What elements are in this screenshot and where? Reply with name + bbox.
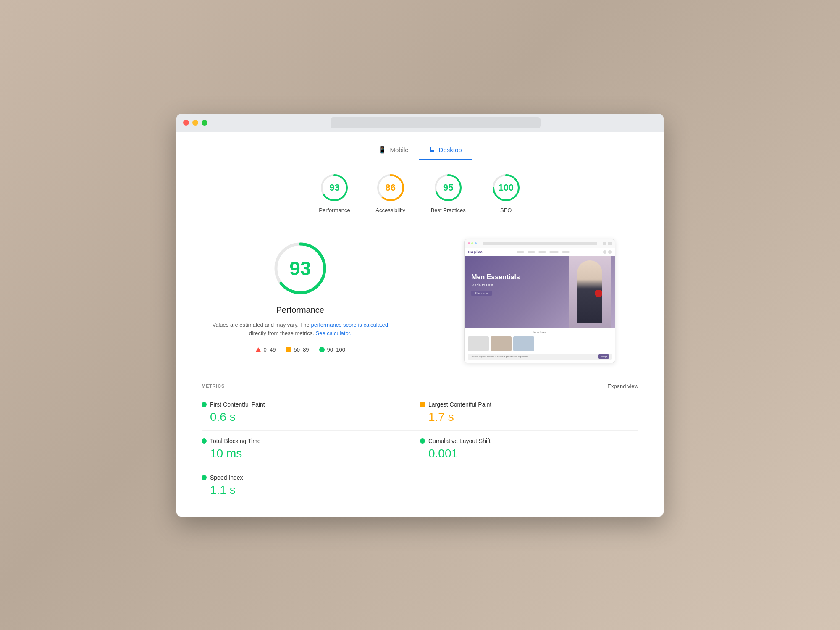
tab-desktop-label: Desktop	[439, 146, 462, 153]
maximize-button[interactable]	[202, 120, 207, 126]
score-description: Values are estimated and may vary. The p…	[212, 321, 388, 339]
score-circle-best-practices: 95	[433, 173, 463, 203]
metric-lcp-name-row: Largest Contentful Paint	[420, 401, 638, 408]
product-thumb-1	[468, 336, 489, 351]
metric-lcp-value: 1.7 s	[428, 410, 638, 424]
metric-tbt-dot	[202, 438, 207, 444]
metric-tbt: Total Blocking Time 10 ms	[202, 431, 420, 467]
minimize-button[interactable]	[192, 120, 198, 126]
metrics-header: METRICS Expand view	[202, 376, 638, 394]
metric-fcp: First Contentful Paint 0.6 s	[202, 394, 420, 431]
metrics-title: METRICS	[202, 383, 225, 388]
metric-cls-name: Cumulative Layout Shift	[428, 438, 491, 444]
metric-cls-value: 0.001	[428, 447, 638, 460]
hero-text: Men Essentials Made to Last Shop Now	[471, 273, 520, 297]
legend-pass-range: 90–100	[327, 346, 345, 353]
metric-fcp-dot	[202, 402, 207, 407]
screenshot-browser-header	[465, 239, 615, 248]
score-legend: 0–49 50–89 90–100	[255, 346, 345, 353]
metric-si: Speed Index 1.1 s	[202, 467, 420, 504]
score-performance[interactable]: 93 Performance	[319, 173, 350, 213]
calculator-link[interactable]: See calculator.	[316, 330, 352, 336]
metric-cls: Cumulative Layout Shift 0.001	[420, 431, 638, 467]
metric-lcp-name: Largest Contentful Paint	[428, 401, 491, 408]
score-circle-performance: 93	[319, 173, 349, 203]
score-circle-seo: 100	[491, 173, 521, 203]
score-label-performance: Performance	[319, 207, 350, 213]
big-score-wrapper: 93 Performance Values are estimated and …	[202, 239, 399, 353]
screenshot-hero: Men Essentials Made to Last Shop Now	[465, 256, 615, 328]
metric-tbt-name: Total Blocking Time	[210, 438, 261, 444]
metric-fcp-name-row: First Contentful Paint	[202, 401, 420, 408]
score-value-accessibility: 86	[385, 182, 395, 193]
vertical-divider	[420, 239, 420, 363]
tab-mobile[interactable]: 📱 Mobile	[368, 141, 418, 160]
score-label-best-practices: Best Practices	[431, 207, 466, 213]
metric-cls-name-row: Cumulative Layout Shift	[420, 438, 638, 444]
score-label-accessibility: Accessibility	[375, 207, 405, 213]
legend-fail-range: 0–49	[264, 346, 276, 353]
product-thumb-2	[491, 336, 512, 351]
right-panel: Capiva	[441, 239, 639, 363]
cookie-accept-btn[interactable]: Accept	[598, 354, 609, 359]
legend-fail: 0–49	[255, 346, 276, 353]
model-figure	[569, 256, 611, 328]
hero-model-area	[548, 256, 615, 328]
metrics-section: METRICS Expand view First Contentful Pai…	[176, 376, 664, 517]
hero-title: Men Essentials	[471, 273, 520, 282]
browser-content: 📱 Mobile 🖥 Desktop 93 Performance	[176, 132, 664, 517]
expand-view-button[interactable]: Expand view	[607, 383, 638, 389]
score-circle-accessibility: 86	[375, 173, 406, 203]
metric-tbt-value: 10 ms	[210, 447, 420, 460]
legend-average-range: 50–89	[294, 346, 309, 353]
metric-fcp-name: First Contentful Paint	[210, 401, 265, 408]
metrics-grid: First Contentful Paint 0.6 s Largest Con…	[202, 394, 638, 504]
browser-titlebar	[176, 114, 664, 132]
main-content: 93 Performance Values are estimated and …	[176, 222, 664, 376]
metric-si-value: 1.1 s	[210, 483, 420, 497]
metric-si-name: Speed Index	[210, 474, 243, 481]
url-bar[interactable]	[331, 117, 541, 128]
big-score-value: 93	[289, 257, 311, 280]
product-thumb-3	[513, 336, 534, 351]
close-button[interactable]	[183, 120, 189, 126]
metric-lcp-dot	[420, 402, 425, 407]
screenshot-inner: Capiva	[465, 239, 615, 363]
description-text-2: directly from these metrics.	[249, 330, 314, 336]
big-score-title: Performance	[276, 305, 325, 315]
tab-mobile-label: Mobile	[390, 146, 408, 153]
metric-cls-dot	[420, 438, 425, 444]
browser-window: 📱 Mobile 🖥 Desktop 93 Performance	[176, 114, 664, 517]
scores-row: 93 Performance 86 Accessibility	[176, 160, 664, 222]
metric-si-name-row: Speed Index	[202, 474, 420, 481]
performance-score-link[interactable]: performance score is calculated	[311, 322, 388, 328]
left-panel: 93 Performance Values are estimated and …	[202, 239, 399, 363]
score-accessibility[interactable]: 86 Accessibility	[375, 173, 406, 213]
score-value-performance: 93	[329, 182, 339, 193]
average-icon	[286, 347, 291, 352]
score-label-seo: SEO	[500, 207, 512, 213]
screenshot-bottom: Now Now This site requires cookies to en…	[465, 328, 615, 363]
screenshot-nav: Capiva	[465, 248, 615, 256]
product-row	[468, 336, 612, 351]
legend-pass: 90–100	[319, 346, 345, 353]
desktop-icon: 🖥	[429, 146, 436, 153]
cookie-bar: This site requires cookies to enable & p…	[468, 354, 612, 360]
score-value-seo: 100	[498, 182, 514, 193]
hero-subtitle: Made to Last	[471, 283, 520, 287]
big-score-circle: 93	[271, 239, 330, 298]
metric-si-dot	[202, 475, 207, 480]
tab-desktop[interactable]: 🖥 Desktop	[419, 141, 472, 160]
cookie-text: This site requires cookies to enable & p…	[470, 355, 596, 358]
pass-icon	[319, 347, 325, 352]
tabs-bar: 📱 Mobile 🖥 Desktop	[176, 132, 664, 160]
mobile-icon: 📱	[378, 146, 386, 154]
metric-fcp-value: 0.6 s	[210, 410, 420, 424]
score-best-practices[interactable]: 95 Best Practices	[431, 173, 466, 213]
traffic-lights	[183, 120, 207, 126]
fail-icon	[255, 347, 261, 352]
score-value-best-practices: 95	[443, 182, 453, 193]
metric-lcp: Largest Contentful Paint 1.7 s	[420, 394, 638, 431]
score-seo[interactable]: 100 SEO	[491, 173, 521, 213]
screenshot-brand: Capiva	[468, 250, 483, 254]
